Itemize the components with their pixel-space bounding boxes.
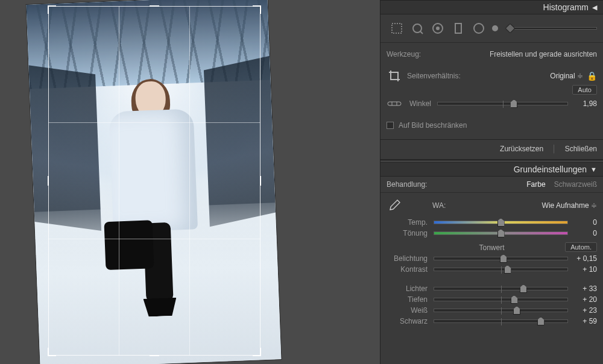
crop-tool-panel: Werkzeug: Freistellen und gerade ausrich…: [380, 43, 603, 140]
basic-body: WA: Wie Aufnahme ≑ Temp. 0 Tönung 0 Tonw…: [380, 193, 603, 330]
radial-tool-icon[interactable]: [469, 19, 489, 37]
crop-overlay[interactable]: [48, 6, 260, 356]
constrain-label: Auf Bild beschränken: [399, 121, 467, 130]
collapse-down-icon[interactable]: ▼: [590, 166, 597, 173]
slider-knob[interactable]: [497, 218, 505, 227]
angle-value[interactable]: 1,98: [568, 99, 597, 108]
angle-slider[interactable]: [437, 102, 568, 105]
eyedropper-icon[interactable]: [387, 199, 402, 212]
tool-strip: [380, 14, 603, 43]
highlights-value[interactable]: + 33: [568, 284, 597, 293]
tint-value[interactable]: 0: [568, 229, 597, 237]
slider-knob[interactable]: [520, 284, 527, 293]
angle-label: Winkel: [407, 99, 437, 108]
brush-tool-icon[interactable]: [489, 19, 501, 37]
redeye-tool-icon[interactable]: [428, 19, 448, 37]
crop-handle-bottom-left[interactable]: [48, 348, 56, 356]
crop-handle-bottom-right[interactable]: [253, 348, 261, 356]
tone-subheader: Tonwert Autom.: [387, 243, 597, 252]
tool-caption: Werkzeug:: [387, 50, 421, 58]
crop-handle-top-mid[interactable]: [150, 5, 159, 7]
brush-size-slider[interactable]: [506, 27, 597, 30]
svg-rect-4: [455, 24, 461, 33]
crop-frame-icon: [387, 69, 402, 83]
collapse-left-icon[interactable]: ◀: [592, 4, 597, 11]
highlights-label: Lichter: [387, 284, 434, 293]
slider-knob[interactable]: [497, 229, 505, 237]
crop-handle-left-mid[interactable]: [48, 176, 49, 186]
constrain-checkbox[interactable]: [387, 122, 394, 129]
whites-label: Weiß: [387, 306, 434, 315]
shadows-label: Tiefen: [387, 295, 434, 304]
svg-point-6: [492, 25, 498, 31]
svg-rect-0: [392, 24, 402, 33]
slider-knob[interactable]: [505, 24, 516, 34]
tool-name: Freistellen und gerade ausrichten: [490, 50, 597, 58]
shadows-slider[interactable]: [434, 298, 568, 301]
svg-point-1: [413, 24, 421, 33]
shadows-value[interactable]: + 20: [568, 295, 597, 304]
crop-handle-top-left[interactable]: [48, 5, 56, 14]
wb-value[interactable]: Wie Aufnahme ≑: [542, 201, 597, 210]
basic-header[interactable]: Grundeinstellungen ▼: [380, 162, 603, 177]
blacks-value[interactable]: + 59: [568, 317, 597, 325]
angle-auto-button[interactable]: Auto: [572, 85, 597, 95]
blacks-slider[interactable]: [434, 319, 568, 323]
exposure-label: Belichtung: [387, 254, 434, 263]
aspect-value[interactable]: Original ≑: [550, 72, 583, 80]
contrast-label: Kontrast: [387, 265, 434, 274]
histogram-label: Histogramm: [543, 2, 589, 12]
exposure-value[interactable]: + 0,15: [568, 254, 597, 263]
slider-knob[interactable]: [511, 295, 518, 304]
contrast-value[interactable]: + 10: [568, 265, 597, 274]
treatment-color-button[interactable]: Farbe: [526, 180, 545, 189]
temp-slider[interactable]: [434, 221, 568, 224]
treatment-bw-button[interactable]: Schwarzweiß: [554, 180, 597, 189]
contrast-slider[interactable]: [434, 268, 568, 271]
wb-label: WA:: [432, 201, 446, 210]
whites-slider[interactable]: [434, 309, 568, 312]
crop-grid: [48, 6, 260, 356]
temp-label: Temp.: [387, 218, 434, 227]
slider-knob[interactable]: [510, 99, 517, 108]
crop-handle-bottom-mid[interactable]: [150, 355, 159, 356]
crop-tool-actions: Zurücksetzen │ Schließen: [380, 140, 603, 160]
slider-knob[interactable]: [513, 306, 520, 315]
basic-header-label: Grundeinstellungen: [514, 165, 587, 174]
treatment-label: Behandlung:: [387, 180, 427, 189]
crop-tool-icon[interactable]: [387, 19, 407, 37]
canvas-area[interactable]: [0, 0, 380, 364]
svg-point-5: [474, 24, 484, 33]
lock-icon[interactable]: 🔒: [587, 71, 597, 81]
treatment-row: Behandlung: Farbe Schwarzweiß: [380, 177, 603, 193]
spot-tool-icon[interactable]: [407, 19, 428, 37]
reset-button[interactable]: Zurücksetzen: [500, 145, 543, 153]
slider-knob[interactable]: [504, 265, 511, 274]
aspect-label: Seitenverhältnis:: [407, 72, 461, 80]
gradient-tool-icon[interactable]: [448, 19, 469, 37]
crop-handle-right-mid[interactable]: [260, 176, 261, 186]
exposure-slider[interactable]: [434, 257, 568, 260]
blacks-label: Schwarz: [387, 317, 434, 325]
tint-slider[interactable]: [434, 231, 568, 235]
temp-value[interactable]: 0: [568, 218, 597, 227]
tint-label: Tönung: [387, 229, 434, 237]
highlights-slider[interactable]: [434, 287, 568, 290]
level-icon: [387, 97, 402, 110]
svg-point-3: [436, 27, 440, 30]
close-button[interactable]: Schließen: [565, 145, 597, 153]
tone-auto-button[interactable]: Autom.: [565, 242, 597, 252]
histogram-header[interactable]: Histogramm ◀: [380, 0, 603, 14]
svg-rect-7: [388, 102, 401, 105]
develop-panel: Histogramm ◀ Werkzeug: Freistellen und g: [380, 0, 603, 364]
slider-knob[interactable]: [537, 317, 545, 325]
whites-value[interactable]: + 23: [568, 306, 597, 315]
crop-handle-top-right[interactable]: [253, 5, 261, 14]
